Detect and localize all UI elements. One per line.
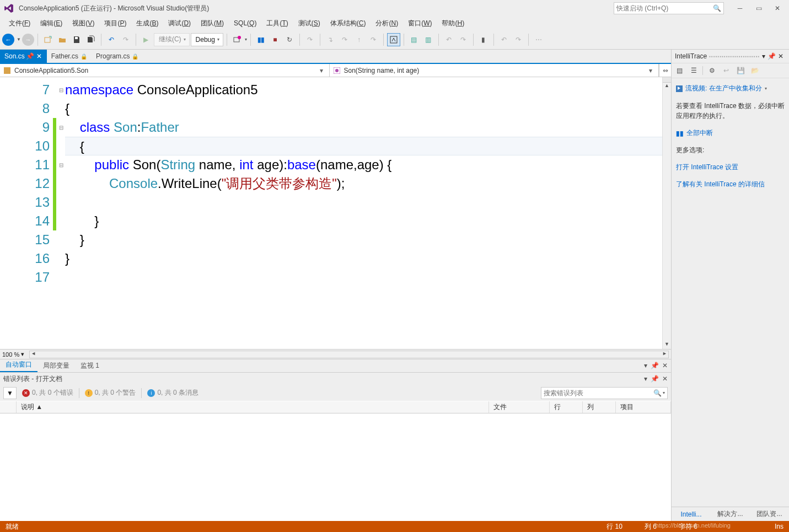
debug-tab-局部变量[interactable]: 局部变量 bbox=[37, 359, 75, 372]
redo-icon[interactable]: ↷ bbox=[119, 33, 132, 46]
error-col[interactable]: 文件 bbox=[489, 401, 550, 413]
menu-T[interactable]: 工具(T) bbox=[262, 17, 292, 30]
maximize-button[interactable]: ▭ bbox=[750, 3, 767, 14]
menu-Q[interactable]: SQL(Q) bbox=[229, 18, 261, 29]
close-button[interactable]: ✕ bbox=[769, 3, 786, 14]
error-col[interactable]: 说明 ▲ bbox=[17, 401, 489, 413]
tab-Father.cs[interactable]: Father.cs 🔒 bbox=[47, 50, 92, 63]
pause-icon[interactable]: ▮▮ bbox=[254, 33, 267, 46]
save-all-icon[interactable] bbox=[84, 33, 98, 46]
code-editor[interactable]: 7891011121314151617 ⊟⊟⊟ namespace Consol… bbox=[0, 77, 671, 349]
menu-M[interactable]: 团队(M) bbox=[196, 17, 228, 30]
scope-class-dropdown[interactable]: ConsoleApplication5.Son ▾ bbox=[0, 64, 330, 77]
menu-D[interactable]: 调试(D) bbox=[164, 17, 195, 30]
side-tab[interactable]: Intelli... bbox=[672, 508, 711, 520]
vertical-scrollbar[interactable]: ▲▼ bbox=[662, 77, 671, 349]
window-position-icon[interactable]: ▾ bbox=[644, 375, 647, 383]
new-project-icon[interactable] bbox=[41, 33, 55, 46]
save-icon[interactable]: 💾 bbox=[735, 65, 746, 76]
save-icon[interactable] bbox=[70, 33, 83, 46]
error-search-box[interactable]: 🔍 ▾ bbox=[541, 387, 668, 399]
pin-icon[interactable]: 📌 bbox=[767, 52, 776, 60]
nav-back-button[interactable]: ← bbox=[2, 34, 14, 46]
debug-tab-监视 1[interactable]: 监视 1 bbox=[75, 359, 105, 372]
bookmark-icon[interactable]: ▮ bbox=[477, 33, 490, 46]
nav-back-icon[interactable]: ↩ bbox=[721, 65, 732, 76]
show-next-icon[interactable]: ↷ bbox=[303, 33, 316, 46]
stop-icon[interactable]: ■ bbox=[269, 33, 282, 46]
side-tab[interactable]: 解决方... bbox=[711, 507, 750, 521]
zoom-level[interactable]: 100 % bbox=[2, 351, 19, 358]
error-count-toggle[interactable]: ✕ 0, 共 0 个错误 bbox=[22, 388, 73, 397]
error-col[interactable]: 列 bbox=[583, 401, 616, 413]
calls-view-icon[interactable]: ☰ bbox=[688, 65, 699, 76]
close-icon[interactable]: ✕ bbox=[662, 362, 668, 369]
close-icon[interactable]: ✕ bbox=[36, 53, 42, 60]
step-over-icon[interactable]: ↷ bbox=[338, 33, 351, 46]
nav-prev-icon[interactable]: ↶ bbox=[497, 33, 511, 46]
intellitrace-icon[interactable] bbox=[387, 33, 400, 46]
menu-E[interactable]: 编辑(E) bbox=[36, 17, 67, 30]
error-search-input[interactable] bbox=[544, 389, 653, 397]
message-count-toggle[interactable]: i 0, 共 0 条消息 bbox=[147, 388, 198, 397]
menu-F[interactable]: 文件(F) bbox=[4, 17, 35, 30]
diag-events-icon[interactable]: ▤ bbox=[674, 65, 685, 76]
process-dd[interactable]: ▾ bbox=[245, 37, 247, 42]
nav-next-icon[interactable]: ↷ bbox=[512, 33, 525, 46]
video-link[interactable]: 流视频: 在生产中收集和分 ▾ bbox=[676, 84, 785, 93]
quick-launch-box[interactable]: 🔍 bbox=[614, 2, 724, 14]
menu-B[interactable]: 生成(B) bbox=[132, 17, 163, 30]
menu-H[interactable]: 帮助(H) bbox=[437, 17, 469, 30]
menu-W[interactable]: 窗口(W) bbox=[404, 17, 436, 30]
pin-icon[interactable]: 📌 bbox=[651, 375, 659, 383]
uncomment-icon[interactable]: ▥ bbox=[422, 33, 435, 46]
step-out-icon[interactable]: ↑ bbox=[352, 33, 366, 46]
continue-button[interactable]: 继续(C)▾ bbox=[154, 33, 190, 46]
step-icon[interactable]: ↷ bbox=[367, 33, 380, 46]
menu-S[interactable]: 测试(S) bbox=[294, 17, 325, 30]
menu-N[interactable]: 分析(N) bbox=[371, 17, 402, 30]
error-list-body[interactable] bbox=[0, 413, 671, 521]
error-col[interactable] bbox=[0, 401, 17, 413]
comment-icon[interactable]: ▤ bbox=[407, 33, 421, 46]
zoom-dropdown[interactable]: ▾ bbox=[19, 351, 26, 358]
undo2-icon[interactable]: ↶ bbox=[442, 33, 455, 46]
scope-member-dropdown[interactable]: Son(String name, int age) ▾ bbox=[330, 64, 659, 77]
redo2-icon[interactable]: ↷ bbox=[457, 33, 470, 46]
filter-dropdown[interactable]: ▼ bbox=[3, 387, 17, 399]
learn-more-link[interactable]: 了解有关 IntelliTrace 的详细信 bbox=[676, 180, 785, 189]
process-icon[interactable] bbox=[230, 33, 244, 46]
break-all-link[interactable]: ▮▮ 全部中断 bbox=[676, 128, 785, 138]
pin-icon[interactable]: 📌 bbox=[27, 53, 34, 60]
window-position-icon[interactable]: ▾ bbox=[762, 52, 765, 60]
menu-P[interactable]: 项目(P) bbox=[100, 17, 131, 30]
open-file-icon[interactable] bbox=[56, 33, 69, 46]
tab-Son.cs[interactable]: Son.cs 📌 ✕ bbox=[0, 50, 47, 63]
menu-C[interactable]: 体系结构(C) bbox=[326, 17, 371, 30]
undo-icon[interactable]: ↶ bbox=[105, 33, 118, 46]
restart-icon[interactable]: ↻ bbox=[283, 33, 296, 46]
nav-forward-button[interactable]: → bbox=[22, 34, 34, 46]
quick-launch-input[interactable] bbox=[616, 4, 713, 12]
nav-back-dropdown[interactable]: ▼ bbox=[17, 37, 21, 42]
gear-icon[interactable]: ⚙ bbox=[706, 65, 717, 76]
tab-Program.cs[interactable]: Program.cs 🔒 bbox=[92, 50, 143, 63]
split-handle[interactable] bbox=[663, 77, 671, 83]
step-into-icon[interactable]: ↴ bbox=[324, 33, 337, 46]
debug-tab-自动窗口[interactable]: 自动窗口 bbox=[0, 358, 37, 372]
warning-count-toggle[interactable]: ! 0, 共 0 个警告 bbox=[85, 388, 136, 397]
error-col[interactable]: 项目 bbox=[616, 401, 671, 413]
pin-icon[interactable]: 📌 bbox=[651, 362, 659, 369]
close-icon[interactable]: ✕ bbox=[662, 375, 668, 383]
menu-V[interactable]: 视图(V) bbox=[68, 17, 99, 30]
side-tab[interactable]: 团队资... bbox=[750, 507, 789, 521]
horizontal-scrollbar[interactable] bbox=[29, 351, 669, 358]
window-position-icon[interactable]: ▾ bbox=[644, 362, 647, 369]
search-dd-icon[interactable]: ▾ bbox=[663, 390, 665, 395]
close-icon[interactable]: ✕ bbox=[778, 52, 783, 60]
minimize-button[interactable]: ─ bbox=[732, 3, 748, 14]
split-icon[interactable]: ⇔ bbox=[659, 64, 671, 77]
open-icon[interactable]: 📂 bbox=[749, 65, 760, 76]
error-col[interactable]: 行 bbox=[550, 401, 583, 413]
misc-icon[interactable]: ⋯ bbox=[532, 33, 545, 46]
